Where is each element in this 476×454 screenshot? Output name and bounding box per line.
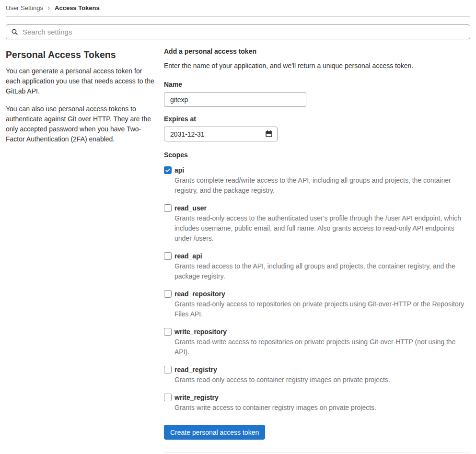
scope-row: api Grants complete read/write access to… [164,165,470,196]
scope-description: Grants read-only access to the authentic… [174,213,465,244]
expires-at-input[interactable] [164,127,278,141]
scope-text: api Grants complete read/write access to… [174,165,465,196]
scope-checkbox[interactable] [164,394,172,401]
scope-description: Grants read-write access to repositories… [174,337,465,357]
expires-field-group: Expires at [164,115,470,141]
scope-text: read_api Grants read access to the API, … [174,251,465,281]
scope-label[interactable]: read_registry [174,365,390,374]
expires-date-wrap [164,127,278,141]
token-form: Add a personal access token Enter the na… [164,39,470,454]
search-icon [11,28,18,35]
expires-label: Expires at [164,115,470,123]
scope-row: write_repository Grants read-write acces… [164,327,470,357]
name-field-group: Name [164,81,470,107]
scope-label[interactable]: write_registry [174,393,376,402]
section-paragraph-1: You can generate a personal access token… [6,66,158,96]
scope-text: read_registry Grants read-only access to… [174,365,390,385]
form-title: Add a personal access token [164,47,470,55]
section-paragraph-2: You can also use personal access tokens … [6,104,158,144]
scope-label[interactable]: read_repository [174,289,465,299]
breadcrumb: User Settings Access Tokens [6,0,470,17]
scope-label[interactable]: api [174,165,465,175]
scope-checkbox[interactable] [164,366,172,373]
scope-text: read_repository Grants read-only access … [174,289,465,319]
scope-text: write_repository Grants read-write acces… [174,327,465,357]
scope-label[interactable]: write_repository [174,327,465,337]
content: Personal Access Tokens You can generate … [0,39,476,454]
scope-description: Grants read-only access to container reg… [174,375,390,385]
scope-description: Grants read access to the API, including… [174,261,465,281]
create-token-button[interactable]: Create personal access token [164,425,265,440]
scopes-label: Scopes [164,151,470,159]
scopes-list: api Grants complete read/write access to… [164,165,470,413]
page-title: Personal Access Tokens [6,49,158,60]
scope-description: Grants read-only access to repositories … [174,299,465,319]
scope-checkbox[interactable] [164,290,172,298]
scope-text: write_registry Grants write access to co… [174,393,376,413]
breadcrumb-access-tokens: Access Tokens [55,4,100,12]
scope-text: read_user Grants read-only access to the… [174,203,465,244]
scope-row: read_repository Grants read-only access … [164,289,470,319]
section-divider [164,452,470,453]
scope-checkbox[interactable] [164,204,172,212]
scope-checkbox[interactable] [164,166,172,174]
scope-row: read_user Grants read-only access to the… [164,203,470,244]
chevron-right-icon [46,6,51,11]
scope-checkbox[interactable] [164,328,172,336]
scope-description: Grants complete read/write access to the… [174,175,465,196]
scope-row: read_api Grants read access to the API, … [164,251,470,281]
scope-row: read_registry Grants read-only access to… [164,365,470,385]
scope-label[interactable]: read_api [174,251,465,261]
scope-row: write_registry Grants write access to co… [164,393,470,413]
name-label: Name [164,81,470,88]
access-tokens-settings-page: User Settings Access Tokens Personal Acc… [0,0,476,454]
settings-search-bar [6,24,470,39]
section-description-column: Personal Access Tokens You can generate … [6,39,158,144]
scope-description: Grants write access to container registr… [174,403,376,413]
search-input[interactable] [22,27,465,36]
scope-label[interactable]: read_user [174,203,465,213]
token-name-input[interactable] [164,92,306,107]
form-description: Enter the name of your application, and … [164,61,470,71]
breadcrumb-user-settings[interactable]: User Settings [6,4,43,12]
scope-checkbox[interactable] [164,252,172,260]
check-icon [165,167,171,173]
